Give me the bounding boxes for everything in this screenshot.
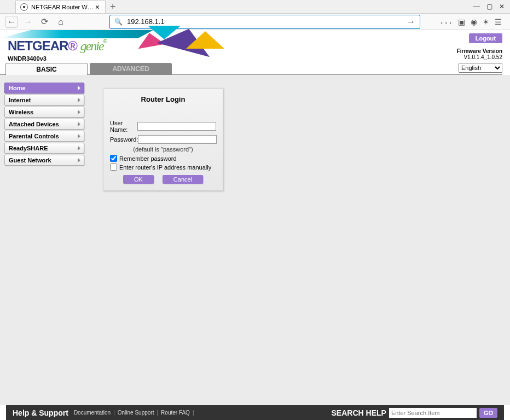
footer-documentation-link[interactable]: Documentation — [74, 410, 111, 416]
footer-support-link[interactable]: Online Support — [118, 410, 154, 416]
browser-toolbar: ← → ⟳ ⌂ 🔍 → ⬪⬪⬪ ▣ ◉ ✶ ☰ — [0, 14, 510, 30]
header-graphic — [137, 30, 230, 52]
browser-tab-bar: ● NETGEAR Router WNDR34… × + — ▢ ✕ — [0, 0, 510, 14]
sidebar-icon[interactable]: ▣ — [458, 18, 465, 26]
chevron-right-icon — [78, 98, 80, 102]
tab-basic[interactable]: BASIC — [5, 63, 88, 75]
close-window-icon[interactable]: ✕ — [499, 3, 505, 10]
sidebar-item-guest-network[interactable]: Guest Network — [4, 155, 84, 166]
footer: Help & Support Documentation | Online Su… — [6, 405, 504, 420]
sidebar-nav: Home Internet Wireless Attached Devices … — [4, 83, 84, 167]
ok-button[interactable]: OK — [123, 175, 154, 184]
sidebar-item-attached-devices[interactable]: Attached Devices — [4, 119, 84, 130]
chevron-right-icon — [78, 110, 80, 114]
shield-icon[interactable]: ◉ — [471, 18, 477, 26]
password-label: Password: — [110, 136, 138, 143]
search-help-input[interactable] — [389, 408, 477, 418]
home-button[interactable]: ⌂ — [55, 16, 67, 28]
chevron-right-icon — [78, 158, 80, 162]
sidebar-item-parental-controls[interactable]: Parental Controls — [4, 131, 84, 142]
firmware-info: Firmware Version V1.0.1.4_1.0.52 — [457, 48, 502, 60]
logout-button[interactable]: Logout — [469, 33, 502, 43]
forward-button[interactable]: → — [22, 16, 34, 28]
sidebar-item-wireless[interactable]: Wireless — [4, 107, 84, 118]
tab-favicon-icon: ● — [20, 3, 28, 11]
reload-button[interactable]: ⟳ — [38, 16, 50, 28]
extension-icon[interactable]: ✶ — [483, 18, 489, 26]
sidebar-item-home[interactable]: Home — [4, 83, 84, 94]
chevron-right-icon — [78, 134, 80, 138]
chevron-right-icon — [78, 86, 80, 90]
footer-title: Help & Support — [13, 409, 68, 417]
chevron-right-icon — [78, 146, 80, 150]
go-button[interactable]: GO — [479, 408, 497, 418]
login-panel: Router Login User Name: Password: (defau… — [103, 88, 223, 191]
go-arrow-icon[interactable]: → — [407, 17, 415, 27]
back-button[interactable]: ← — [5, 16, 18, 28]
maximize-icon[interactable]: ▢ — [486, 3, 492, 10]
language-select[interactable]: English — [459, 63, 502, 73]
login-title: Router Login — [110, 95, 216, 103]
manual-ip-label: Enter router's IP address manually — [119, 164, 211, 171]
close-tab-icon[interactable]: × — [94, 3, 101, 11]
footer-faq-link[interactable]: Router FAQ — [161, 410, 190, 416]
search-help-label: SEARCH HELP — [332, 409, 386, 417]
new-tab-button[interactable]: + — [110, 1, 116, 13]
sidebar-item-readyshare[interactable]: ReadySHARE — [4, 143, 84, 154]
remember-label: Remember password — [119, 155, 177, 162]
library-icon[interactable]: ⬪⬪⬪ — [439, 18, 453, 26]
manual-ip-checkbox[interactable] — [110, 164, 117, 171]
menu-icon[interactable]: ☰ — [495, 18, 502, 26]
tab-title: NETGEAR Router WNDR34… — [31, 4, 94, 10]
username-label: User Name: — [110, 120, 137, 133]
chevron-right-icon — [78, 122, 80, 126]
password-hint: (default is "password") — [110, 146, 216, 153]
netgear-logo: NETGEAR® genie® — [8, 38, 107, 54]
sidebar-item-internet[interactable]: Internet — [4, 95, 84, 106]
minimize-icon[interactable]: — — [473, 3, 480, 10]
header-decoration — [0, 30, 153, 38]
browser-tab[interactable]: ● NETGEAR Router WNDR34… × — [15, 1, 106, 13]
tab-advanced[interactable]: ADVANCED — [90, 63, 172, 75]
cancel-button[interactable]: Cancel — [163, 175, 203, 184]
username-input[interactable] — [137, 122, 216, 131]
password-input[interactable] — [138, 135, 217, 144]
model-label: WNDR3400v3 — [8, 55, 47, 62]
search-icon: 🔍 — [114, 18, 123, 26]
remember-checkbox[interactable] — [110, 155, 117, 162]
